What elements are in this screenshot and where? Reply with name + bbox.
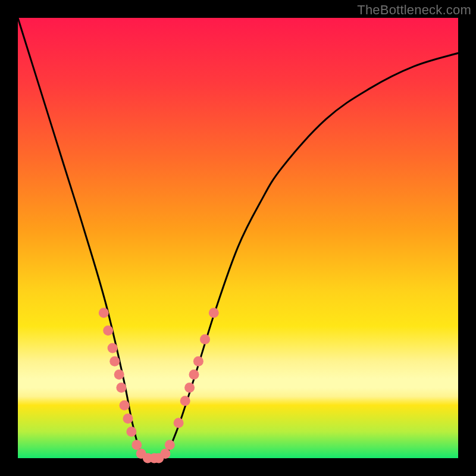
data-point (184, 383, 195, 393)
data-point (108, 343, 118, 353)
data-point (116, 383, 126, 393)
bottleneck-curve (18, 18, 458, 461)
data-point (120, 400, 130, 411)
data-point (180, 396, 190, 406)
dots-layer (99, 308, 219, 463)
data-point (160, 449, 170, 459)
outer-frame: TheBottleneck.com (0, 0, 476, 476)
data-point (165, 440, 175, 450)
data-point (193, 356, 203, 367)
data-point (200, 334, 210, 345)
data-point (131, 440, 142, 450)
watermark-text: TheBottleneck.com (357, 2, 471, 18)
data-point (189, 369, 199, 380)
data-point (126, 427, 136, 437)
data-point (109, 356, 120, 367)
data-point (123, 414, 133, 424)
data-point (174, 418, 184, 428)
curve-layer (18, 18, 458, 461)
data-point (114, 369, 124, 380)
data-point (99, 308, 109, 318)
chart-svg (18, 18, 458, 458)
data-point (103, 325, 113, 336)
plot-area (18, 18, 458, 458)
data-point (209, 308, 219, 318)
